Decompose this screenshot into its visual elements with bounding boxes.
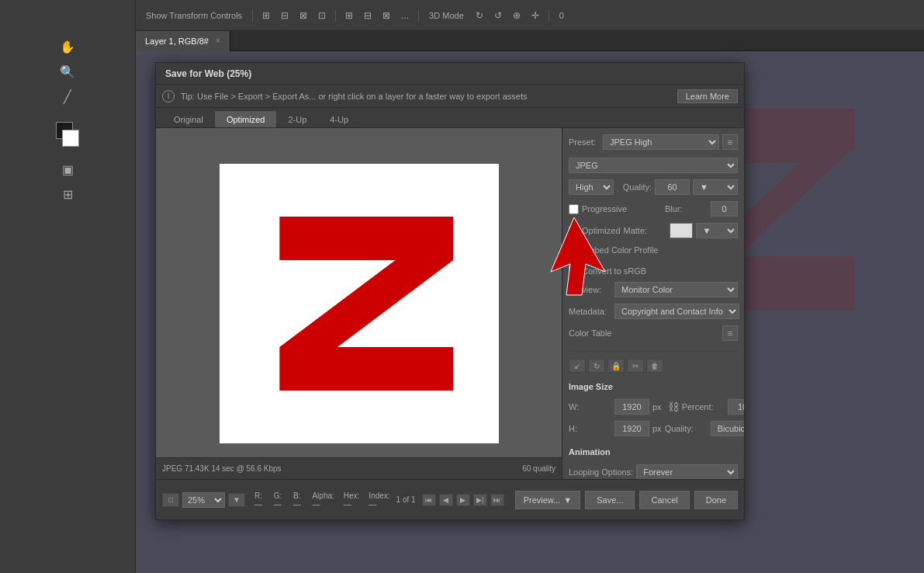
height-label: H: (569, 424, 611, 433)
anim-prev-frame[interactable]: ◀ (439, 494, 453, 506)
rotate-icon[interactable]: ↻ (472, 9, 486, 23)
resample-quality-select[interactable]: Bicubic (711, 421, 744, 436)
distribute-icon[interactable]: ⊞ (342, 9, 356, 23)
blur-input[interactable] (711, 201, 738, 217)
convert-srgb-label: Convert to sRGB (582, 266, 646, 276)
align-top-icon[interactable]: ⊡ (315, 9, 329, 23)
preview-format: JPEG (162, 464, 182, 473)
ct-delete-icon[interactable]: 🗑 (646, 359, 663, 373)
ct-cut-icon[interactable]: ✂ (627, 359, 644, 373)
matte-arrow[interactable]: ▼ (696, 223, 738, 238)
anim-play-button[interactable]: ▶ (456, 494, 470, 506)
anim-next-frame[interactable]: ▶| (473, 494, 487, 506)
progressive-checkbox[interactable] (569, 204, 579, 214)
width-input[interactable] (614, 399, 649, 415)
height-input[interactable] (614, 421, 649, 436)
align-center-icon[interactable]: ⊟ (278, 9, 292, 23)
color-group (56, 116, 79, 147)
hand-tool[interactable]: ✋ (56, 35, 79, 58)
quality-arrow[interactable]: ▼ (693, 179, 738, 195)
embed-color-checkbox[interactable] (569, 245, 579, 255)
preset-select[interactable]: JPEG High (603, 134, 719, 150)
format-select[interactable]: JPEG (569, 158, 738, 173)
frame-count: 0 (555, 9, 568, 22)
bottom-left: □ 25% ▼ R: — G: — B: — Alpha: — Hex: — I… (162, 491, 390, 509)
tab-original[interactable]: Original (162, 111, 215, 127)
layer-tab[interactable]: Layer 1, RGB/8# × (136, 31, 230, 51)
percent-input[interactable] (728, 399, 744, 415)
resample-quality-label: Quality: (665, 424, 708, 433)
z-logo-svg (251, 195, 468, 412)
ct-refresh-icon[interactable]: ↻ (588, 359, 605, 373)
channel-hex: Hex: — (344, 491, 360, 509)
channel-g: G: — (274, 491, 284, 509)
anim-last-frame[interactable]: ⏭ (490, 494, 504, 506)
tab-bar: Layer 1, RGB/8# × (136, 31, 924, 51)
color-table-area (569, 350, 738, 352)
image-map-tool[interactable]: ▣ (56, 158, 79, 181)
zoom-down-button[interactable]: ▼ (228, 493, 245, 507)
slice-tool[interactable]: ⊞ (56, 182, 79, 206)
learn-more-button[interactable]: Learn More (677, 89, 738, 103)
preview-select[interactable]: Monitor Color (614, 282, 738, 297)
zoom-tool[interactable]: 🔍 (56, 60, 79, 83)
tab-optimized[interactable]: Optimized (215, 111, 277, 127)
transform-icon[interactable]: ⊕ (510, 9, 524, 23)
matte-color-swatch[interactable] (670, 223, 693, 238)
format-row: JPEG (569, 158, 738, 173)
color-table-menu-button[interactable]: ≡ (722, 325, 738, 341)
zoom-select[interactable]: 25% (182, 492, 225, 508)
ct-map-icon[interactable]: ↙ (569, 359, 586, 373)
toolbar-separator-3 (418, 9, 419, 22)
layer-tab-label: Layer 1, RGB/8# (145, 36, 209, 46)
progressive-label: Progressive (582, 204, 627, 214)
preset-menu-button[interactable]: ≡ (722, 134, 738, 150)
toolbar-separator-2 (335, 9, 336, 22)
blur-label: Blur: (665, 204, 708, 214)
preview-row: Preview: Monitor Color (569, 282, 738, 297)
move-icon[interactable]: ✛ (528, 9, 542, 23)
dialog-bottom-bar: □ 25% ▼ R: — G: — B: — Alpha: — Hex: — I… (156, 479, 744, 519)
anim-first-frame[interactable]: ⏮ (422, 494, 436, 506)
more-options-icon[interactable]: ... (398, 9, 412, 23)
done-button[interactable]: Done (694, 491, 738, 509)
action-buttons: Preview... ▼ Save... Cancel Done (515, 491, 738, 509)
quality-type-select[interactable]: High (569, 179, 614, 195)
show-transform-label: Show Transform Controls (142, 9, 246, 22)
animation-controls: 1 of 1 ⏮ ◀ ▶ ▶| ⏭ (393, 494, 504, 506)
dialog-tabs: Original Optimized 2-Up 4-Up (156, 108, 744, 128)
dialog-title: Save for Web (25%) (165, 68, 251, 79)
cancel-button[interactable]: Cancel (639, 491, 689, 509)
background-color[interactable] (62, 130, 79, 147)
flip-icon[interactable]: ↺ (491, 9, 505, 23)
looping-label: Looping Options: (569, 467, 633, 477)
optimized-checkbox[interactable] (569, 226, 579, 236)
save-button[interactable]: Save... (585, 491, 635, 509)
align-left-icon[interactable]: ⊞ (259, 9, 273, 23)
convert-srgb-checkbox[interactable] (569, 266, 579, 276)
image-size-title: Image Size (569, 382, 738, 391)
metadata-select[interactable]: Copyright and Contact Info (614, 304, 739, 319)
embed-color-label: Embed Color Profile (582, 245, 658, 255)
looping-select[interactable]: Forever (636, 464, 738, 479)
zoom-fit-button[interactable]: □ (162, 493, 179, 507)
channel-index: Index: — (369, 491, 389, 509)
distribute-v-icon[interactable]: ⊟ (361, 9, 375, 23)
toolbar-separator-4 (549, 9, 549, 22)
ct-lock-icon[interactable]: 🔒 (607, 359, 625, 373)
layer-tab-close[interactable]: × (216, 36, 220, 45)
preview-button[interactable]: Preview... ▼ (515, 491, 581, 509)
preview-area: JPEG 71.43K 14 sec @ 56.6 Kbps 60 qualit… (156, 128, 562, 479)
percent-label: Percent: (682, 402, 725, 412)
tab-4up[interactable]: 4-Up (318, 111, 360, 127)
height-row: H: px Quality: Bicubic (569, 421, 738, 436)
quality-input[interactable] (655, 179, 690, 195)
3d-mode-label[interactable]: 3D Mode (425, 9, 468, 22)
convert-srgb-row: Convert to sRGB (569, 266, 738, 276)
align-right-icon[interactable]: ⊠ (296, 9, 310, 23)
tab-2up[interactable]: 2-Up (276, 111, 318, 127)
metadata-label: Metadata: (569, 307, 611, 316)
eyedropper-tool[interactable]: ╱ (56, 85, 79, 108)
distribute-h-icon[interactable]: ⊠ (379, 9, 393, 23)
preview-dropdown-arrow[interactable]: ▼ (563, 495, 572, 505)
